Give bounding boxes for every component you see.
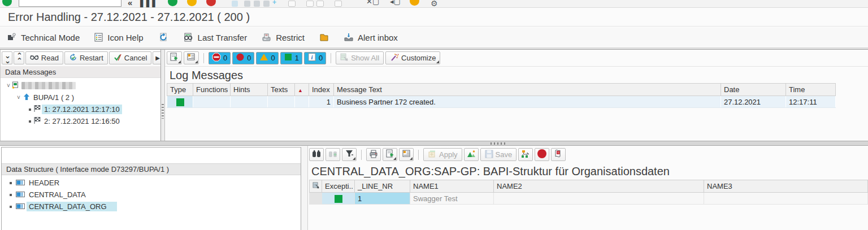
back-icon[interactable]	[168, 0, 177, 6]
restrict-button[interactable]: Restrict	[262, 33, 305, 42]
bottom-vertical-splitter[interactable]	[301, 146, 308, 230]
name3-cell[interactable]	[704, 193, 868, 205]
stop-recording-button[interactable]	[535, 148, 549, 161]
plus-icon[interactable]: +	[272, 0, 276, 6]
layout-button[interactable]	[399, 148, 414, 161]
new-session-icon[interactable]: ✕▢	[366, 0, 379, 6]
col-message-text[interactable]: Message Text	[334, 84, 721, 96]
last-transfer-button[interactable]: Last Transfer	[183, 33, 248, 42]
date-cell[interactable]: 27.12.2021	[721, 96, 786, 108]
refresh-button[interactable]	[158, 32, 168, 42]
filter-chip-abort[interactable]: 0	[209, 52, 231, 64]
col-hints[interactable]: Hints	[231, 84, 268, 96]
filter-chip-warning[interactable]: 0	[256, 52, 278, 64]
apply-button[interactable]: Apply	[423, 148, 462, 161]
scroll2-icon[interactable]	[335, 1, 342, 7]
exit-icon[interactable]	[187, 0, 197, 6]
name1-cell[interactable]: Swagger Test	[410, 193, 494, 205]
cancel-button[interactable]: Cancel	[109, 51, 151, 64]
scroll-icon[interactable]	[316, 1, 324, 7]
chart-button[interactable]	[464, 148, 479, 161]
collapse-all-button[interactable]: ⌃⌃	[14, 51, 24, 64]
col-sort[interactable]: ▲	[295, 84, 309, 96]
find-next-button[interactable]	[326, 148, 340, 161]
layout-button[interactable]	[184, 51, 199, 64]
message-cell[interactable]: Business Partner 172 created.	[334, 96, 721, 108]
print-button[interactable]	[366, 148, 381, 161]
texts-cell[interactable]	[268, 96, 295, 108]
col-name3[interactable]: NAME3	[704, 180, 868, 193]
cancel-session-icon[interactable]	[206, 0, 216, 6]
page-down-icon[interactable]	[306, 1, 314, 7]
command-field[interactable]	[19, 0, 121, 7]
find-next-icon[interactable]	[254, 1, 260, 7]
structure-item-central-data-org[interactable]: CENTRAL_DATA_ORG	[2, 201, 301, 212]
col-name1[interactable]: NAME1	[410, 180, 494, 193]
icon-help-button[interactable]: Icon Help	[94, 33, 143, 42]
col-functions[interactable]: Functions	[193, 84, 231, 96]
expand-all-button[interactable]: ⌄⌄	[2, 51, 12, 64]
chevron-down-icon[interactable]: ˅	[5, 83, 12, 89]
structure-item-header[interactable]: HEADER	[2, 177, 301, 189]
col-index[interactable]: Index	[309, 84, 334, 96]
row-select-cell[interactable]	[310, 193, 322, 205]
col-date[interactable]: Date	[721, 84, 786, 96]
horizontal-splitter[interactable]	[0, 141, 868, 146]
error-log-button[interactable]: !	[551, 148, 566, 161]
vertical-splitter[interactable]	[160, 50, 165, 142]
hierarchy-button[interactable]	[518, 148, 533, 161]
alert-inbox-button[interactable]: Alert inbox	[344, 33, 398, 42]
hints-cell[interactable]	[231, 96, 268, 108]
line-nr-cell[interactable]: 1	[355, 193, 410, 205]
help-icon[interactable]	[410, 0, 419, 6]
type-cell[interactable]	[167, 96, 193, 108]
splitter-handle[interactable]	[491, 142, 507, 145]
col-time[interactable]: Time	[786, 84, 836, 96]
customize-local-layout-icon[interactable]: ⚙	[431, 0, 438, 8]
col-exception[interactable]: Excepti..	[322, 180, 355, 193]
select-all-header[interactable]	[310, 180, 322, 193]
technical-mode-button[interactable]: Technical Mode	[7, 33, 80, 42]
show-all-button[interactable]: Show All	[336, 51, 384, 64]
tree-leaf-2[interactable]: 2: 27.12.2021 12:16:50	[1, 115, 160, 127]
worklist-button[interactable]	[319, 33, 329, 42]
tree-leaf-1[interactable]: 1: 27.12.2021 12:17:10	[1, 103, 160, 115]
first-page-icon[interactable]	[263, 1, 270, 7]
find-icon[interactable]	[244, 1, 250, 7]
shortcut-icon[interactable]: ◂▢	[390, 0, 401, 6]
find-button[interactable]	[309, 148, 324, 161]
time-cell[interactable]: 12:17:11	[786, 96, 836, 108]
read-button[interactable]: Read	[25, 51, 63, 64]
filter-button[interactable]	[342, 148, 357, 161]
export-button[interactable]	[383, 148, 397, 161]
restart-button[interactable]: Restart	[64, 51, 108, 64]
filter-chip-success[interactable]: 1	[280, 52, 302, 64]
index-cell[interactable]: 1	[309, 96, 334, 108]
exception-cell[interactable]	[322, 193, 355, 205]
detail-row[interactable]: 1 Swagger Test	[310, 193, 868, 205]
customize-button[interactable]: Customize	[385, 51, 440, 64]
chevron-down-icon[interactable]: ˅	[15, 94, 22, 101]
log-row[interactable]: 1 Business Partner 172 created. 27.12.20…	[167, 96, 836, 108]
continue-icon[interactable]	[2, 0, 12, 6]
collapse-command-icon[interactable]: «	[128, 0, 132, 7]
filter-chip-error[interactable]: 0	[232, 52, 254, 64]
tree-node-bupa[interactable]: ˅ BUPA/1 ( 2 )	[1, 92, 160, 103]
functions-cell[interactable]	[193, 96, 231, 108]
col-name2[interactable]: NAME2	[494, 180, 704, 193]
print-icon[interactable]	[232, 1, 238, 7]
splitter-handle[interactable]	[162, 104, 164, 119]
save-request-icon[interactable]: ▌▌▌	[140, 0, 158, 7]
filter-chip-info[interactable]: i 0	[304, 52, 326, 64]
structure-item-central-data[interactable]: CENTRAL_DATA	[2, 189, 301, 201]
tree-root[interactable]: ˅	[1, 80, 160, 92]
name2-cell[interactable]	[494, 193, 704, 205]
success-status-icon	[335, 195, 342, 203]
col-texts[interactable]: Texts	[268, 84, 295, 96]
save-button[interactable]: Save	[480, 148, 517, 161]
page-up-icon[interactable]	[288, 1, 296, 7]
sort-cell[interactable]	[295, 96, 309, 108]
export-button[interactable]	[167, 51, 182, 64]
col-type[interactable]: Type	[167, 84, 193, 96]
col-line-nr[interactable]: _LINE_NR	[355, 180, 410, 193]
